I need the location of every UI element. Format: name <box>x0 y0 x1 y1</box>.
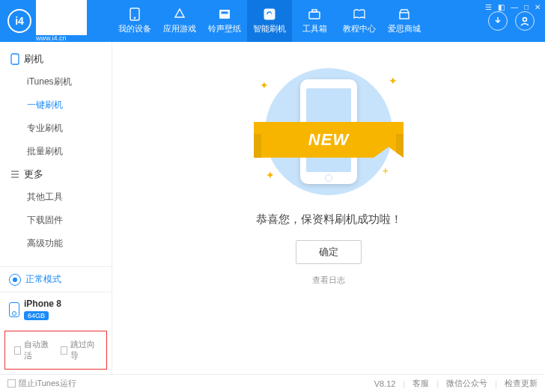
sidebar-item-pro-flash[interactable]: 专业刷机 <box>0 117 112 140</box>
svg-point-1 <box>134 17 136 19</box>
sidebar: 刷机 iTunes刷机 一键刷机 专业刷机 批量刷机 更多 其他工具 下载固件 … <box>0 42 112 374</box>
nav-label: 工具箱 <box>302 23 327 34</box>
top-nav: 我的设备 应用游戏 铃声壁纸 智能刷机 工具箱 教程中心 爱思商城 <box>112 0 427 42</box>
group-title: 刷机 <box>24 52 43 66</box>
nav-label: 智能刷机 <box>253 23 286 34</box>
app-name: 爱思助手 <box>36 0 87 35</box>
header-actions <box>488 11 545 31</box>
menu-icon[interactable]: ☰ <box>485 3 492 11</box>
flash-icon <box>263 7 276 21</box>
mode-icon <box>9 274 21 286</box>
nav-label: 教程中心 <box>343 23 376 34</box>
auto-activate-checkbox[interactable]: 自动激活 <box>14 339 52 361</box>
skip-guide-checkbox[interactable]: 跳过向导 <box>61 339 98 361</box>
sidebar-item-other-tools[interactable]: 其他工具 <box>0 186 112 209</box>
group-title: 更多 <box>24 168 43 181</box>
app-url: www.i4.cn <box>36 35 87 43</box>
apps-icon <box>173 7 186 21</box>
close-icon[interactable]: ✕ <box>535 3 541 11</box>
app-logo: i4 爱思助手 www.i4.cn <box>0 0 112 43</box>
nav-label: 铃声壁纸 <box>208 23 241 34</box>
svg-rect-3 <box>221 11 228 14</box>
sidebar-item-download-firmware[interactable]: 下载固件 <box>0 209 112 232</box>
book-icon <box>353 7 366 21</box>
nav-label: 爱思商城 <box>388 23 421 34</box>
version-label: V8.12 <box>374 379 396 388</box>
device-name: iPhone 8 <box>24 298 61 309</box>
status-bar: 阻止iTunes运行 V8.12 | 客服 | 微信公众号 | 检查更新 <box>0 374 545 392</box>
nav-flash[interactable]: 智能刷机 <box>247 0 292 42</box>
logo-icon: i4 <box>7 9 31 33</box>
nav-label: 应用游戏 <box>163 23 196 34</box>
skin-icon[interactable]: ◧ <box>498 3 505 11</box>
checkbox-icon <box>14 346 21 355</box>
phone-icon <box>128 7 141 21</box>
connected-device[interactable]: iPhone 8 64GB <box>0 293 112 326</box>
checkbox-label: 阻止iTunes运行 <box>19 378 76 389</box>
check-update-link[interactable]: 检查更新 <box>505 378 538 389</box>
svg-rect-5 <box>309 12 320 19</box>
nav-apps[interactable]: 应用游戏 <box>157 0 202 42</box>
device-icon <box>9 302 19 317</box>
checkbox-label: 自动激活 <box>24 339 51 361</box>
app-header: ☰ ◧ — □ ✕ i4 爱思助手 www.i4.cn 我的设备 应用游戏 铃声… <box>0 0 545 42</box>
sidebar-group-more[interactable]: 更多 <box>0 163 112 186</box>
store-icon <box>398 7 411 21</box>
minimize-icon[interactable]: — <box>511 3 518 11</box>
block-itunes-checkbox[interactable]: 阻止iTunes运行 <box>7 378 76 389</box>
sidebar-item-batch-flash[interactable]: 批量刷机 <box>0 140 112 163</box>
sidebar-item-oneclick-flash[interactable]: 一键刷机 <box>0 94 112 117</box>
mode-label: 正常模式 <box>25 273 61 286</box>
svg-rect-6 <box>312 10 317 12</box>
toolbox-icon <box>308 7 321 21</box>
app-body: 刷机 iTunes刷机 一键刷机 专业刷机 批量刷机 更多 其他工具 下载固件 … <box>0 42 545 374</box>
view-log-link[interactable]: 查看日志 <box>312 275 345 286</box>
wallpaper-icon <box>218 7 231 21</box>
success-message: 恭喜您，保资料刷机成功啦！ <box>256 212 402 227</box>
user-button[interactable] <box>515 11 535 31</box>
sidebar-bottom: 正常模式 iPhone 8 64GB 自动激活 跳过向导 <box>0 266 112 374</box>
ok-button[interactable]: 确定 <box>296 240 362 264</box>
list-icon <box>10 170 19 179</box>
wechat-link[interactable]: 微信公众号 <box>446 378 487 389</box>
main-content: ✦ ✦ ✦ + NEW 恭喜您，保资料刷机成功啦！ 确定 查看日志 <box>112 42 545 374</box>
checkbox-label: 跳过向导 <box>70 339 97 361</box>
svg-rect-7 <box>400 13 409 19</box>
svg-point-8 <box>523 18 527 22</box>
maximize-icon[interactable]: □ <box>524 3 529 11</box>
support-link[interactable]: 客服 <box>412 378 429 389</box>
flash-options: 自动激活 跳过向导 <box>4 331 107 370</box>
device-mode[interactable]: 正常模式 <box>0 267 112 293</box>
sidebar-item-itunes-flash[interactable]: iTunes刷机 <box>0 70 112 94</box>
sidebar-group-flash[interactable]: 刷机 <box>0 48 112 70</box>
checkbox-icon <box>7 379 16 388</box>
download-button[interactable] <box>488 11 508 31</box>
window-controls: ☰ ◧ — □ ✕ <box>485 3 541 11</box>
svg-rect-4 <box>264 9 275 19</box>
sidebar-item-advanced[interactable]: 高级功能 <box>0 232 112 255</box>
nav-store[interactable]: 爱思商城 <box>382 0 427 42</box>
device-capacity-badge: 64GB <box>24 311 49 320</box>
success-illustration: ✦ ✦ ✦ + NEW <box>246 64 411 199</box>
phone-outline-icon <box>10 53 19 65</box>
nav-toolbox[interactable]: 工具箱 <box>292 0 337 42</box>
nav-my-device[interactable]: 我的设备 <box>112 0 157 42</box>
nav-label: 我的设备 <box>118 23 151 34</box>
nav-ringtones[interactable]: 铃声壁纸 <box>202 0 247 42</box>
nav-tutorials[interactable]: 教程中心 <box>337 0 382 42</box>
checkbox-icon <box>61 346 67 355</box>
svg-rect-9 <box>11 54 19 64</box>
